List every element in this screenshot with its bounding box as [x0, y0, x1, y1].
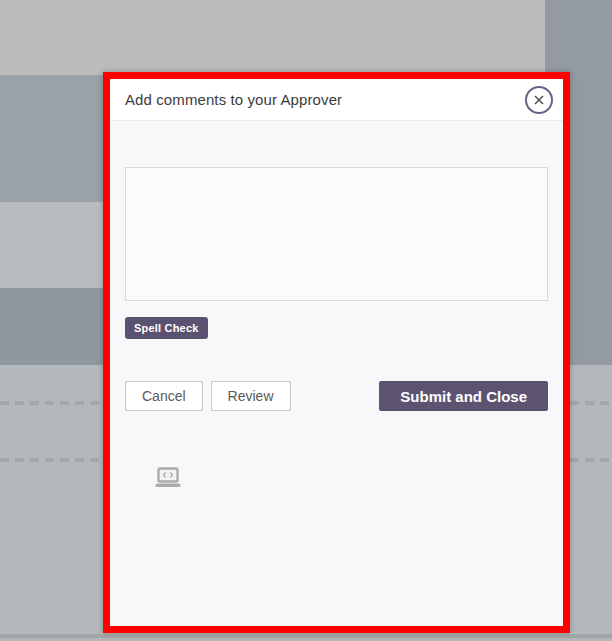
cancel-button[interactable]: Cancel [125, 381, 203, 411]
review-button[interactable]: Review [211, 381, 291, 411]
add-comments-dialog: Add comments to your Approver Spell Chec… [103, 72, 570, 633]
spell-check-button[interactable]: Spell Check [125, 317, 208, 339]
dialog-body: Spell Check Cancel Review Submit and Clo… [110, 121, 563, 626]
dialog-title: Add comments to your Approver [125, 91, 342, 108]
close-icon[interactable] [525, 86, 553, 114]
x-glyph [532, 93, 546, 107]
comment-textarea[interactable] [125, 167, 548, 301]
dialog-header: Add comments to your Approver [110, 79, 563, 121]
submit-and-close-button[interactable]: Submit and Close [379, 381, 548, 411]
dialog-button-row: Cancel Review Submit and Close [125, 381, 548, 411]
laptop-code-icon [155, 467, 181, 488]
